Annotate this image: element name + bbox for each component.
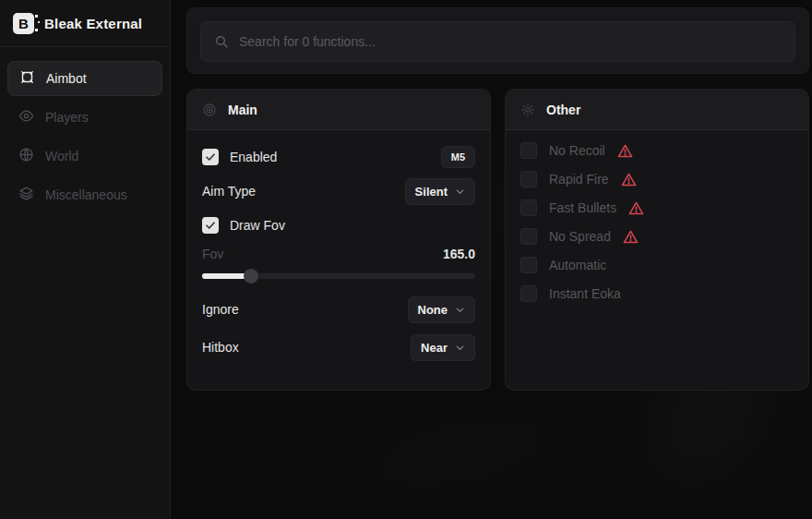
- toggle-row-no-recoil[interactable]: No Recoil: [520, 139, 794, 162]
- hitbox-dropdown[interactable]: Near: [411, 334, 475, 361]
- aim-type-value: Silent: [415, 185, 448, 199]
- globe-icon: [18, 147, 34, 165]
- sidebar-item-label: Players: [45, 110, 89, 125]
- sidebar: B Bleak External Aimbot Players: [0, 0, 171, 519]
- sidebar-item-world[interactable]: World: [7, 139, 162, 174]
- fov-slider-thumb[interactable]: [244, 269, 258, 284]
- automatic-label: Automatic: [549, 258, 606, 272]
- warning-icon: [623, 229, 639, 245]
- eye-icon: [18, 108, 34, 127]
- no-spread-checkbox[interactable]: [520, 228, 537, 245]
- fov-value: 165.0: [443, 247, 475, 261]
- no-recoil-label: No Recoil: [549, 143, 605, 158]
- warning-icon: [617, 143, 633, 159]
- gear-icon: [520, 103, 535, 117]
- panel-other: Other No Recoil Rapid Fire Fast Bullets: [505, 89, 809, 391]
- ignore-dropdown[interactable]: None: [408, 296, 476, 323]
- rapid-fire-label: Rapid Fire: [549, 172, 609, 187]
- app-logo: B: [13, 13, 34, 34]
- hitbox-label: Hitbox: [202, 340, 239, 355]
- main-content: Main Enabled M5 Aim Type Silent: [171, 0, 812, 519]
- sidebar-item-aimbot[interactable]: Aimbot: [7, 61, 162, 96]
- sidebar-header: B Bleak External: [0, 0, 170, 47]
- search-icon: [214, 34, 229, 49]
- layers-icon: [18, 186, 34, 204]
- automatic-checkbox[interactable]: [520, 257, 537, 273]
- warning-icon: [628, 200, 644, 216]
- panel-other-body: No Recoil Rapid Fire Fast Bullets: [506, 130, 808, 305]
- panel-main-body: Enabled M5 Aim Type Silent Draw Fov: [187, 130, 490, 360]
- draw-fov-checkbox[interactable]: [202, 217, 219, 234]
- panel-other-header: Other: [506, 90, 808, 130]
- no-recoil-checkbox[interactable]: [520, 142, 537, 159]
- aim-type-dropdown[interactable]: Silent: [405, 178, 475, 205]
- aim-type-label: Aim Type: [202, 184, 256, 199]
- search-input[interactable]: [239, 34, 782, 49]
- sidebar-item-miscellaneous[interactable]: Miscellaneous: [7, 177, 162, 212]
- chevron-down-icon: [455, 305, 465, 315]
- panel-main: Main Enabled M5 Aim Type Silent: [186, 89, 491, 391]
- ignore-label: Ignore: [202, 302, 239, 317]
- enabled-checkbox[interactable]: [202, 149, 219, 165]
- target-icon: [202, 103, 217, 117]
- warning-icon: [621, 172, 637, 187]
- sidebar-item-players[interactable]: Players: [7, 100, 162, 135]
- sidebar-item-label: World: [45, 149, 78, 163]
- hitbox-value: Near: [421, 341, 448, 355]
- check-icon: [205, 151, 216, 163]
- no-spread-label: No Spread: [549, 229, 611, 244]
- fast-bullets-label: Fast Bullets: [549, 200, 616, 215]
- toggle-row-automatic[interactable]: Automatic: [520, 254, 794, 276]
- fov-label: Fov: [202, 247, 223, 261]
- instant-eoka-checkbox[interactable]: [520, 285, 537, 302]
- fov-slider[interactable]: [202, 269, 475, 284]
- rapid-fire-checkbox[interactable]: [520, 171, 537, 187]
- panel-main-header: Main: [187, 90, 490, 130]
- toggle-row-instant-eoka[interactable]: Instant Eoka: [520, 283, 794, 305]
- panel-title: Other: [546, 103, 580, 117]
- logo-letter: B: [18, 16, 29, 31]
- app-title: Bleak External: [44, 16, 142, 31]
- sidebar-nav: Aimbot Players World: [0, 47, 170, 212]
- enabled-label: Enabled: [230, 150, 277, 164]
- crosshair-icon: [19, 69, 35, 88]
- toggle-row-no-spread[interactable]: No Spread: [520, 225, 794, 247]
- search-box[interactable]: [200, 21, 795, 62]
- sidebar-item-label: Miscellaneous: [45, 187, 127, 202]
- panel-title: Main: [228, 103, 257, 117]
- toggle-row-fast-bullets[interactable]: Fast Bullets: [520, 197, 794, 219]
- chevron-down-icon: [455, 343, 465, 353]
- draw-fov-label: Draw Fov: [230, 218, 285, 233]
- keybind-button[interactable]: M5: [441, 146, 475, 168]
- instant-eoka-label: Instant Eoka: [549, 286, 621, 301]
- check-icon: [205, 220, 216, 231]
- fast-bullets-checkbox[interactable]: [520, 199, 537, 216]
- chevron-down-icon: [455, 187, 465, 197]
- toggle-row-rapid-fire[interactable]: Rapid Fire: [520, 168, 794, 190]
- sidebar-item-label: Aimbot: [46, 71, 87, 86]
- ignore-value: None: [418, 303, 448, 317]
- search-card: [186, 7, 809, 74]
